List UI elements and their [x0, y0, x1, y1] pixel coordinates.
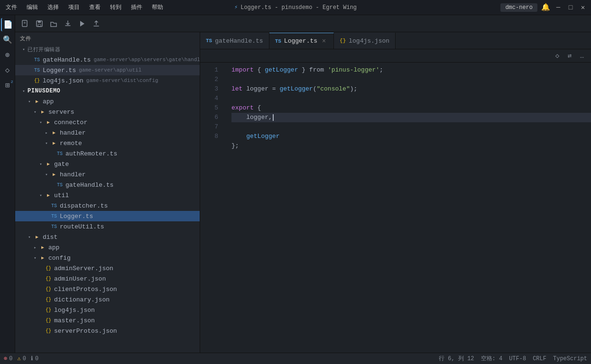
tree-gateHandle-label: gateHandle.ts: [65, 182, 113, 189]
tree-routeUtil[interactable]: TS routeUtil.ts: [15, 221, 200, 232]
tree-dist[interactable]: ▶ dist: [15, 232, 200, 242]
tree-app[interactable]: ▶ app: [15, 96, 200, 107]
titlebar: 文件 编辑 选择 项目 查看 转到 插件 帮助 ⚡ Logger.ts - pi…: [0, 0, 591, 15]
tree-gateHandle[interactable]: TS gateHandle.ts: [15, 180, 200, 190]
tree-util-label: util: [54, 192, 69, 199]
open-editor-log4js-name: log4js.json: [43, 77, 83, 84]
open-editors-header[interactable]: 已打开编辑器: [15, 44, 200, 55]
open-editor-loggerts[interactable]: TS Logger.ts game-server\app\util: [15, 65, 200, 75]
tree-servers-label: servers: [48, 109, 74, 116]
open-editors-arrow: [20, 46, 28, 53]
run-btn[interactable]: [76, 18, 88, 30]
tree-routeUtil-label: routeUtil.ts: [60, 223, 104, 230]
tree-dist-app[interactable]: ▶ app: [15, 242, 200, 253]
ts-icon-dispatcher: TS: [50, 202, 58, 209]
folder-icon-handler-connector: ▶: [50, 129, 58, 136]
menu-project[interactable]: 项目: [66, 2, 82, 12]
info-icon: ℹ: [31, 355, 33, 362]
tree-gate-label: gate: [54, 161, 69, 168]
project-arrow: [20, 87, 28, 95]
code-content[interactable]: import { getLogger } from 'pinus-logger'…: [224, 63, 591, 353]
tree-authRemoter-label: authRemoter.ts: [65, 150, 117, 157]
open-editor-loggerts-path: game-server\app\util: [79, 67, 141, 73]
statusbar-right: 行 6, 列 12 空格: 4 UTF-8 CRLF TypeScript: [439, 355, 587, 363]
status-encoding[interactable]: UTF-8: [509, 355, 526, 362]
tree-util[interactable]: ▶ util: [15, 190, 200, 200]
ts-icon-logger: TS: [33, 66, 41, 74]
tab-Logger[interactable]: TS Logger.ts ×: [269, 33, 334, 49]
tree-gate-handler[interactable]: ▶ handler: [15, 169, 200, 180]
status-errors[interactable]: ⊗ 0 ⚠ 0 ℹ 0: [4, 355, 38, 362]
open-editor-gatets[interactable]: TS gateHandle.ts game-server\app\servers…: [15, 55, 200, 65]
tree-clientProtos[interactable]: {} clientProtos.json: [15, 284, 200, 294]
tree-dictionary[interactable]: {} dictionary.json: [15, 294, 200, 305]
tab-close-Logger[interactable]: ×: [320, 37, 328, 45]
ts-icon-Logger: TS: [50, 212, 58, 220]
notification-icon[interactable]: 🔔: [541, 3, 550, 12]
tree-gate[interactable]: ▶ gate: [15, 159, 200, 169]
maximize-button[interactable]: □: [566, 3, 575, 12]
status-position[interactable]: 行 6, 列 12: [439, 355, 474, 363]
menu-file[interactable]: 文件: [4, 2, 19, 12]
project-root[interactable]: PINUSDEMO: [15, 86, 200, 96]
export-btn[interactable]: [62, 18, 74, 30]
tree-adminUser-label: adminUser.json: [54, 275, 106, 282]
toolbar: [15, 15, 591, 32]
project-name: PINUSDEMO: [28, 88, 60, 94]
close-button[interactable]: ✕: [579, 3, 587, 12]
tree-dispatcher[interactable]: TS dispatcher.ts: [15, 200, 200, 211]
tree-servers[interactable]: ▶ servers: [15, 107, 200, 117]
open-editor-loggerts-name: Logger.ts: [43, 67, 76, 74]
tree-adminServer-label: adminServer.json: [54, 265, 113, 272]
menu-plugin[interactable]: 插件: [129, 2, 144, 12]
folder-icon-dist-app: ▶: [39, 244, 46, 251]
tree-connector[interactable]: ▶ connector: [15, 117, 200, 127]
new-file-btn[interactable]: [19, 18, 31, 30]
titlebar-menu: 文件 编辑 选择 项目 查看 转到 插件 帮助: [4, 2, 165, 12]
code-editor[interactable]: 1 2 3 4 5 6 7 8 import { getLogger } fro…: [200, 63, 591, 353]
open-btn[interactable]: [47, 18, 60, 30]
tree-serverProtos[interactable]: {} serverProtos.json: [15, 326, 200, 336]
more-btn[interactable]: …: [577, 51, 587, 61]
tab-log4js[interactable]: {} log4js.json: [334, 33, 396, 49]
tree-remote[interactable]: ▶ remote: [15, 138, 200, 148]
tree-authRemoter[interactable]: TS authRemoter.ts: [15, 148, 200, 159]
activitybar: 📄 🔍 ⊛ ◇ ⊞2: [0, 15, 15, 353]
tree-config-label: config: [48, 255, 71, 262]
folder-icon-util: ▶: [45, 191, 52, 199]
menu-goto[interactable]: 转到: [108, 2, 123, 12]
menu-select[interactable]: 选择: [46, 2, 61, 12]
activity-extensions[interactable]: ⊞2: [1, 79, 14, 92]
open-changes-btn[interactable]: ⇄: [564, 51, 575, 61]
tree-Logger-label: Logger.ts: [60, 213, 93, 220]
tab-gateHandle[interactable]: TS gateHandle.ts: [200, 33, 269, 49]
activity-git[interactable]: ⊛: [1, 48, 14, 62]
menu-edit[interactable]: 编辑: [25, 2, 40, 12]
tree-dist-label: dist: [43, 234, 57, 241]
tree-clientProtos-label: clientProtos.json: [54, 286, 117, 293]
minimize-button[interactable]: ─: [554, 3, 563, 12]
activity-debug[interactable]: ◇: [1, 64, 14, 77]
status-spaces[interactable]: 空格: 4: [481, 355, 503, 363]
open-editor-log4js[interactable]: {} log4js.json game-server\dist\config: [15, 75, 200, 86]
activity-explorer[interactable]: 📄: [1, 18, 14, 31]
tree-handler-connector[interactable]: ▶ handler: [15, 127, 200, 138]
tree-Logger[interactable]: TS Logger.ts: [15, 211, 200, 221]
tree-config[interactable]: ▶ config: [15, 253, 200, 263]
split-editor-btn[interactable]: ◇: [552, 51, 563, 61]
activity-search[interactable]: 🔍: [1, 33, 14, 46]
tree-log4js[interactable]: {} log4js.json: [15, 305, 200, 315]
ts-icon-routeUtil: TS: [50, 223, 58, 230]
tree-adminServer[interactable]: {} adminServer.json: [15, 263, 200, 273]
tree-adminUser[interactable]: {} adminUser.json: [15, 273, 200, 284]
publish-btn[interactable]: [90, 18, 102, 30]
status-language[interactable]: TypeScript: [553, 355, 587, 362]
status-line-ending[interactable]: CRLF: [533, 355, 546, 362]
save-btn[interactable]: [33, 18, 46, 30]
editor-area: TS gateHandle.ts TS Logger.ts × {} log4j…: [200, 32, 591, 353]
menu-view[interactable]: 查看: [87, 2, 102, 12]
menu-help[interactable]: 帮助: [150, 2, 165, 12]
tree-master[interactable]: {} master.json: [15, 315, 200, 326]
tree-dictionary-label: dictionary.json: [54, 296, 110, 303]
user-badge: dmc-nero: [500, 3, 537, 12]
